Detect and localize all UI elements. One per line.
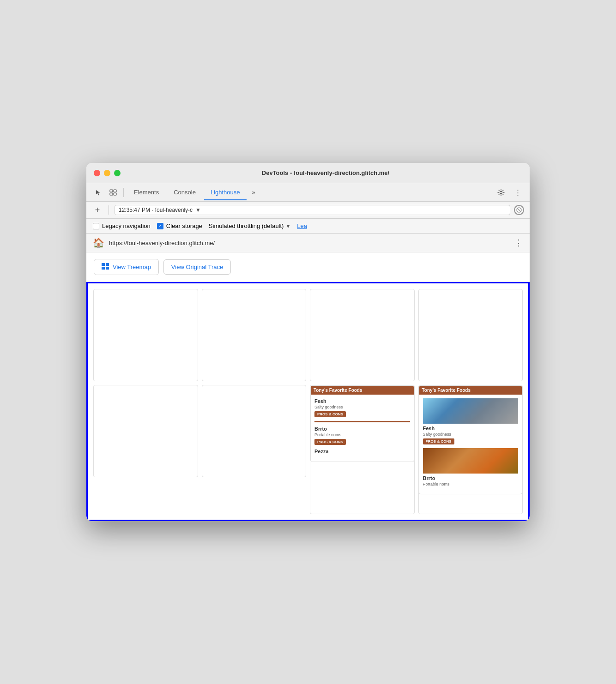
page-url: https://foul-heavenly-direction.glitch.m… <box>109 240 510 246</box>
food-card-1: Tony's Favorite Foods Fesh Salty goodnes… <box>310 385 414 462</box>
svg-rect-10 <box>106 267 109 270</box>
brrto-image <box>423 448 519 474</box>
svg-rect-2 <box>110 193 113 195</box>
tab-lighthouse[interactable]: Lighthouse <box>204 185 247 200</box>
food-card-1-body: Fesh Salty goodness PROS & CONS Brrto Po… <box>311 395 414 462</box>
svg-rect-0 <box>110 190 113 192</box>
treemap-label: View Treemap <box>113 264 151 270</box>
food-card-1-header: Tony's Favorite Foods <box>311 386 414 395</box>
throttling-arrow: ▼ <box>285 223 290 229</box>
url-bar: + 12:35:47 PM - foul-heavenly-c ▼ <box>86 202 530 219</box>
url-more-button[interactable]: ⋮ <box>514 238 523 248</box>
tab-bar: Elements Console Lighthouse » ⋮ <box>86 183 530 202</box>
devtools-window: DevTools - foul-heavenly-direction.glitc… <box>86 163 530 521</box>
food-name-fesh-2: Fesh <box>423 426 519 431</box>
svg-point-4 <box>500 191 502 193</box>
fesh-image <box>423 398 519 424</box>
clear-storage-label: Clear storage <box>166 222 202 229</box>
svg-rect-9 <box>106 263 109 266</box>
throttling-label: Simulated throttling (default) <box>209 222 284 229</box>
treemap-icon <box>102 263 109 271</box>
grid-cell-2-2 <box>202 385 307 477</box>
grid-cell-2-1 <box>93 385 198 477</box>
learn-link[interactable]: Lea <box>297 222 307 229</box>
food-item-brrto-2: Brrto Portable noms <box>423 448 519 486</box>
svg-rect-3 <box>114 193 116 195</box>
title-bar: DevTools - foul-heavenly-direction.glitc… <box>86 163 530 183</box>
lighthouse-icon: 🏠 <box>93 237 104 248</box>
traffic-lights <box>94 170 121 176</box>
screenshot-grid: Tony's Favorite Foods Fesh Salty goodnes… <box>93 289 523 514</box>
grid-cell-1-2 <box>202 289 307 381</box>
food-name-fesh-1: Fesh <box>314 398 410 404</box>
tab-elements[interactable]: Elements <box>127 185 165 200</box>
food-desc-brrto-2: Portable noms <box>423 482 519 486</box>
add-tab-button[interactable]: + <box>92 204 103 216</box>
svg-rect-8 <box>102 267 105 270</box>
food-card-2-header: Tony's Favorite Foods <box>419 386 522 395</box>
fish-image-placeholder <box>423 398 519 424</box>
view-trace-button[interactable]: View Original Trace <box>163 259 231 275</box>
legacy-nav-checkbox[interactable] <box>93 223 99 229</box>
view-treemap-button[interactable]: View Treemap <box>94 259 159 275</box>
food-item-pezza-1: Pezza <box>314 449 410 454</box>
food-item-brrto-1: Brrto Portable noms PROS & CONS <box>314 426 410 445</box>
tab-bar-right: ⋮ <box>495 186 524 199</box>
cursor-icon[interactable] <box>92 186 105 199</box>
action-bar: View Treemap View Original Trace <box>86 252 530 282</box>
legacy-nav-option[interactable]: Legacy navigation <box>93 222 151 229</box>
food-item-fesh-2: Fesh Salty goodness PROS & CONS <box>423 398 519 444</box>
url-field[interactable]: 12:35:47 PM - foul-heavenly-c ▼ <box>115 205 510 215</box>
throttling-select[interactable]: Simulated throttling (default) ▼ <box>209 222 290 229</box>
svg-line-6 <box>518 209 521 212</box>
grid-cell-2-3: Tony's Favorite Foods Fesh Salty goodnes… <box>310 385 415 514</box>
burrito-image-placeholder <box>423 448 519 474</box>
stop-button[interactable] <box>514 205 524 215</box>
food-name-brrto-1: Brrto <box>314 426 410 432</box>
food-card-2-body: Fesh Salty goodness PROS & CONS Brrto Po… <box>419 395 522 494</box>
grid-cell-1-1 <box>93 289 198 381</box>
layers-icon[interactable] <box>107 186 120 199</box>
options-bar: Legacy navigation ✓ Clear storage Simula… <box>86 219 530 234</box>
tab-console[interactable]: Console <box>167 185 202 200</box>
food-btn-fesh-1[interactable]: PROS & CONS <box>314 411 346 417</box>
minimize-button[interactable] <box>104 170 110 176</box>
food-btn-brrto-1[interactable]: PROS & CONS <box>314 439 346 445</box>
svg-rect-1 <box>114 190 116 192</box>
grid-cell-2-4: Tony's Favorite Foods Fesh Salty goodnes… <box>418 385 523 514</box>
window-title: DevTools - foul-heavenly-direction.glitc… <box>129 169 522 176</box>
grid-cell-1-4 <box>418 289 523 381</box>
url-row: 🏠 https://foul-heavenly-direction.glitch… <box>86 234 530 252</box>
food-item-fesh-1: Fesh Salty goodness PROS & CONS <box>314 398 410 417</box>
grid-cell-1-3 <box>310 289 415 381</box>
food-card-2: Tony's Favorite Foods Fesh Salty goodnes… <box>419 385 523 494</box>
tab-more[interactable]: » <box>248 187 259 198</box>
settings-icon[interactable] <box>495 186 507 199</box>
food-desc-fesh-2: Salty goodness <box>423 432 519 437</box>
trace-label: View Original Trace <box>171 264 223 270</box>
food-btn-fesh-2[interactable]: PROS & CONS <box>423 438 454 444</box>
url-divider <box>109 205 109 215</box>
clear-storage-option[interactable]: ✓ Clear storage <box>157 222 202 229</box>
tab-divider <box>123 188 124 197</box>
food-name-pezza-1: Pezza <box>314 449 410 454</box>
separator-1 <box>314 421 410 422</box>
more-options-icon[interactable]: ⋮ <box>511 186 524 199</box>
food-desc-fesh-1: Salty goodness <box>314 405 410 409</box>
clear-storage-checkbox[interactable]: ✓ <box>157 223 163 229</box>
food-desc-brrto-1: Portable noms <box>314 432 410 437</box>
food-name-brrto-2: Brrto <box>423 475 519 481</box>
legacy-nav-label: Legacy navigation <box>102 222 151 229</box>
svg-rect-7 <box>102 263 105 266</box>
url-dropdown[interactable]: ▼ <box>195 207 201 213</box>
close-button[interactable] <box>94 170 100 176</box>
url-text: 12:35:47 PM - foul-heavenly-c <box>119 207 193 213</box>
maximize-button[interactable] <box>114 170 121 176</box>
main-content: Tony's Favorite Foods Fesh Salty goodnes… <box>86 282 530 521</box>
